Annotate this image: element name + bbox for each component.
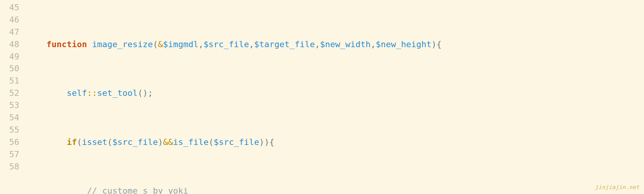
line-number: 56	[9, 136, 20, 148]
line-number: 45	[9, 2, 20, 14]
line-number: 51	[9, 75, 20, 87]
line-number: 46	[9, 14, 20, 26]
keyword-function: function	[46, 39, 87, 49]
function-name: image_resize	[92, 39, 153, 49]
line-number: 55	[9, 124, 20, 136]
self: self	[67, 88, 87, 98]
code-line[interactable]: function image_resize(&$imgmdl,$src_file…	[26, 38, 644, 51]
keyword-if: if	[67, 137, 77, 147]
line-number: 57	[9, 148, 20, 161]
watermark-logo: jinjiajin.net	[595, 183, 639, 191]
line-gutter: 45 46 47 48 49 50 51 52 53 54 55 56 57 5…	[0, 0, 26, 194]
line-number: 48	[9, 38, 20, 51]
line-number: 53	[9, 99, 20, 112]
code-area[interactable]: function image_resize(&$imgmdl,$src_file…	[26, 0, 644, 194]
code-line[interactable]: if(isset($src_file)&&is_file($src_file))…	[26, 136, 644, 148]
line-number: 52	[9, 87, 20, 99]
line-number: 49	[9, 51, 20, 63]
code-line[interactable]: // custome s by yoki	[26, 185, 644, 194]
code-editor[interactable]: 45 46 47 48 49 50 51 52 53 54 55 56 57 5…	[0, 0, 644, 194]
line-number: 54	[9, 112, 20, 124]
reference-op: &	[158, 39, 163, 49]
code-line[interactable]: self::set_tool();	[26, 87, 644, 99]
line-number: 50	[9, 62, 20, 75]
comment: // custome s by yoki	[87, 186, 188, 194]
line-number: 47	[9, 26, 20, 38]
line-number: 58	[9, 161, 20, 173]
